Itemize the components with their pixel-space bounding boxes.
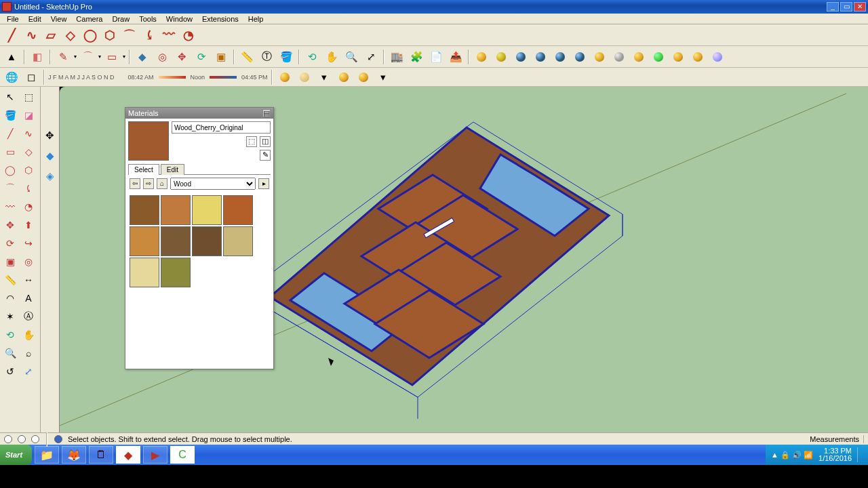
ex-2-icon[interactable]: ◆ bbox=[42, 148, 58, 164]
lt-axes-icon[interactable]: ✶ bbox=[1, 308, 19, 325]
menu-tools[interactable]: Tools bbox=[135, 14, 161, 24]
lt-rotrect-icon[interactable]: ◇ bbox=[20, 143, 37, 161]
line-tool-icon[interactable]: ╱ bbox=[3, 26, 20, 44]
sun-2-icon[interactable] bbox=[296, 68, 313, 86]
minimize-button[interactable]: _ bbox=[827, 2, 839, 12]
menu-extensions[interactable]: Extensions bbox=[198, 14, 243, 24]
swatch-1[interactable] bbox=[161, 195, 191, 225]
warehouse-icon[interactable]: 🏬 bbox=[388, 48, 406, 66]
time-slider[interactable] bbox=[159, 76, 186, 79]
lt-pan-icon[interactable]: ✋ bbox=[20, 326, 37, 344]
eraser-tool-icon[interactable]: ◧ bbox=[28, 48, 46, 66]
lt-3dtext-icon[interactable]: Ⓐ bbox=[20, 308, 37, 325]
materials-panel[interactable]: Materials ▤ ⬚ ◫ ✎ Select Edit bbox=[125, 107, 274, 369]
sun-6-icon[interactable]: ▾ bbox=[374, 68, 392, 86]
windows-taskbar[interactable]: Start 📁 🦊 🗒 ◆ ▶ C ▲ 🔒 🔊 📶 1:33 PM 1/16/2… bbox=[0, 445, 868, 465]
menu-file[interactable]: File bbox=[3, 14, 23, 24]
sun-4-icon[interactable] bbox=[335, 68, 353, 86]
tray-icons[interactable]: ▲ 🔒 🔊 📶 bbox=[771, 451, 813, 460]
task-app2-icon[interactable]: ▶ bbox=[143, 446, 167, 464]
lt-freehand-icon[interactable]: ∿ bbox=[20, 125, 37, 142]
offset-tool-icon[interactable]: ◎ bbox=[153, 48, 171, 66]
rotated-rect-icon[interactable]: ◇ bbox=[62, 26, 79, 44]
create-material-icon[interactable]: ⬚ bbox=[246, 136, 257, 147]
lt-scale-icon[interactable]: ▣ bbox=[1, 253, 19, 270]
menu-view[interactable]: View bbox=[47, 14, 71, 24]
menu-icon[interactable]: ▸ bbox=[258, 178, 269, 189]
lt-polygon-icon[interactable]: ⬡ bbox=[20, 161, 37, 179]
sun-1-icon[interactable] bbox=[276, 68, 294, 86]
lt-prev-icon[interactable]: ↺ bbox=[1, 363, 19, 380]
tray-clock[interactable]: 1:33 PM 1/16/2016 bbox=[818, 447, 852, 462]
zoom-extents-icon[interactable]: ⤢ bbox=[362, 48, 380, 66]
materials-panel-header[interactable]: Materials ▤ bbox=[125, 108, 273, 119]
paint-tool-icon[interactable]: 🪣 bbox=[277, 48, 295, 66]
time-slider-2[interactable] bbox=[210, 76, 237, 79]
sphere-6-icon[interactable] bbox=[650, 48, 667, 66]
menu-help[interactable]: Help bbox=[244, 14, 268, 24]
lt-prot-icon[interactable]: ◠ bbox=[1, 289, 19, 307]
pie-tool-icon[interactable]: ◔ bbox=[180, 26, 197, 44]
sphere-blue3-icon[interactable] bbox=[551, 48, 569, 66]
sphere-7-icon[interactable] bbox=[669, 48, 687, 66]
title-bar[interactable]: Untitled - SketchUp Pro _ ▭ ✕ bbox=[0, 0, 868, 14]
ex-3-icon[interactable]: ◈ bbox=[42, 168, 58, 184]
zoom-tool-icon[interactable]: 🔍 bbox=[342, 48, 360, 66]
task-firefox-icon[interactable]: 🦊 bbox=[62, 446, 86, 464]
system-tray[interactable]: ▲ 🔒 🔊 📶 1:33 PM 1/16/2016 bbox=[766, 445, 868, 465]
scale-tool-icon[interactable]: ▣ bbox=[212, 48, 230, 66]
lt-circle-icon[interactable]: ◯ bbox=[1, 161, 19, 179]
sphere-yellow-icon[interactable] bbox=[473, 48, 490, 66]
move-tool-icon[interactable]: ✥ bbox=[173, 48, 191, 66]
cube-icon[interactable]: ◻ bbox=[22, 68, 40, 86]
axis-toggle-1[interactable] bbox=[4, 435, 12, 443]
tab-select[interactable]: Select bbox=[128, 164, 159, 175]
sun-3-icon[interactable]: ▾ bbox=[315, 68, 333, 86]
sphere-blue1-icon[interactable] bbox=[512, 48, 530, 66]
month-scale[interactable]: J F M A M J J A S O N D bbox=[48, 74, 115, 81]
sphere-grey-icon[interactable] bbox=[610, 48, 628, 66]
layout-send-icon[interactable]: 📤 bbox=[447, 48, 465, 66]
back-icon[interactable]: ⇦ bbox=[130, 178, 140, 189]
lt-pie-icon[interactable]: ◔ bbox=[20, 198, 37, 216]
pan-tool-icon[interactable]: ✋ bbox=[323, 48, 340, 66]
shape-dropdown-icon[interactable]: ▭ bbox=[103, 48, 121, 66]
close-button[interactable]: ✕ bbox=[854, 2, 866, 12]
rotate-tool-icon[interactable]: ⟳ bbox=[193, 48, 210, 66]
sphere-blue4-icon[interactable] bbox=[571, 48, 589, 66]
text-tool-icon[interactable]: Ⓣ bbox=[258, 48, 275, 66]
viewport-3d[interactable]: Materials ▤ ⬚ ◫ ✎ Select Edit bbox=[60, 87, 868, 432]
lt-orbit-icon[interactable]: ⟲ bbox=[1, 326, 19, 344]
globe-icon[interactable]: 🌐 bbox=[3, 68, 20, 86]
polygon-tool-icon[interactable]: ⬡ bbox=[101, 26, 119, 44]
swatch-8[interactable] bbox=[130, 258, 159, 287]
lt-follow-icon[interactable]: ↪ bbox=[20, 235, 37, 252]
sphere-9-icon[interactable] bbox=[709, 48, 726, 66]
pushpull-tool-icon[interactable]: ◆ bbox=[134, 48, 151, 66]
lt-eraser-icon[interactable]: ◪ bbox=[20, 106, 37, 124]
layout-icon[interactable]: 📄 bbox=[427, 48, 445, 66]
axis-toggle-2[interactable] bbox=[18, 435, 26, 443]
lt-rotate-icon[interactable]: ⟳ bbox=[1, 235, 19, 252]
lt-arc2-icon[interactable]: ⤹ bbox=[20, 180, 37, 197]
task-explorer-icon[interactable]: 📁 bbox=[35, 446, 59, 464]
ex-1-icon[interactable]: ✥ bbox=[42, 127, 58, 144]
swatch-7[interactable] bbox=[223, 226, 253, 256]
swatch-4[interactable] bbox=[130, 226, 159, 256]
sphere-blue2-icon[interactable] bbox=[532, 48, 549, 66]
lt-zoom-icon[interactable]: 🔍 bbox=[1, 344, 19, 362]
arc3-tool-icon[interactable]: 〰 bbox=[160, 26, 178, 44]
lt-arc3-icon[interactable]: 〰 bbox=[1, 198, 19, 216]
default-material-icon[interactable]: ◫ bbox=[260, 136, 271, 147]
menu-draw[interactable]: Draw bbox=[108, 14, 134, 24]
lt-tape-icon[interactable]: 📏 bbox=[1, 271, 19, 289]
sphere-gold-icon[interactable] bbox=[591, 48, 608, 66]
arc2-tool-icon[interactable]: ⤹ bbox=[140, 26, 158, 44]
swatch-5[interactable] bbox=[161, 226, 191, 256]
maximize-button[interactable]: ▭ bbox=[840, 2, 852, 12]
circle-tool-icon[interactable]: ◯ bbox=[81, 26, 99, 44]
eyedrop-icon[interactable]: ✎ bbox=[260, 150, 271, 161]
task-sketchup-icon[interactable]: ◆ bbox=[116, 446, 140, 464]
swatch-9[interactable] bbox=[161, 258, 191, 287]
material-name-input[interactable] bbox=[172, 121, 271, 134]
